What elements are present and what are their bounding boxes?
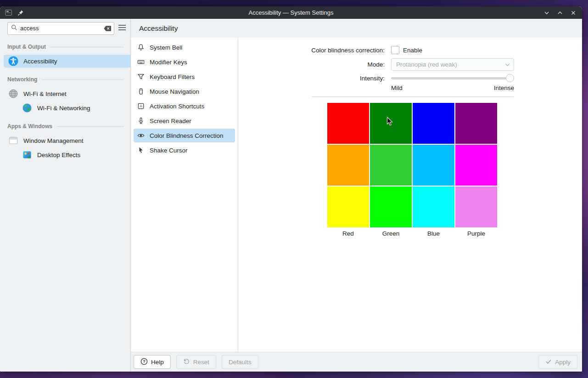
sidebar-item-accessibility[interactable]: Accessibility bbox=[4, 55, 130, 68]
sidebar: Input & Output Accessibility Networking … bbox=[0, 19, 131, 372]
sidebar-item-wifi-internet[interactable]: Wi-Fi & Internet bbox=[4, 87, 130, 100]
subnav-item-system-bell[interactable]: System Bell bbox=[134, 40, 235, 54]
sidebar-item-desktop-effects[interactable]: Desktop Effects bbox=[4, 148, 130, 161]
enable-label: Enable bbox=[403, 47, 422, 54]
microphone-icon bbox=[137, 117, 145, 124]
sidebar-item-label: Accessibility bbox=[23, 58, 57, 65]
app-icon bbox=[5, 10, 12, 16]
sidebar-item-label: Window Management bbox=[23, 137, 84, 144]
search-input[interactable] bbox=[20, 25, 101, 32]
correction-label: Color blindness correction: bbox=[238, 47, 388, 54]
chevron-down-icon bbox=[505, 61, 510, 68]
window-title: Accessibility — System Settings bbox=[0, 9, 582, 16]
svg-text:A: A bbox=[140, 104, 142, 108]
mouse-icon bbox=[137, 88, 145, 95]
swatch-label-green: Green bbox=[370, 230, 412, 237]
subnav-item-screen-reader[interactable]: Screen Reader bbox=[134, 114, 235, 128]
minimize-button[interactable] bbox=[544, 10, 549, 16]
color-swatch bbox=[413, 145, 454, 186]
search-row bbox=[0, 19, 130, 38]
globe-icon bbox=[8, 89, 18, 99]
swatch-label-blue: Blue bbox=[413, 230, 454, 237]
eye-icon bbox=[137, 132, 145, 139]
intensity-min-label: Mild bbox=[391, 85, 403, 91]
apply-button[interactable]: Apply bbox=[538, 355, 577, 369]
subnav: System Bell Modifier Keys Keyboard Filte… bbox=[131, 38, 238, 352]
clear-search-icon[interactable] bbox=[104, 25, 112, 32]
content-pane: Color blindness correction: Enable Mode:… bbox=[238, 38, 582, 352]
color-swatch bbox=[370, 103, 412, 144]
sidebar-item-label: Wi-Fi & Internet bbox=[23, 90, 67, 97]
mode-value: Protanopia (red weak) bbox=[396, 61, 505, 68]
footer: ? Help Reset Defaults bbox=[131, 352, 582, 372]
color-swatch bbox=[370, 186, 412, 227]
mode-select[interactable]: Protanopia (red weak) bbox=[391, 58, 514, 71]
reset-button[interactable]: Reset bbox=[176, 355, 216, 369]
window-icon bbox=[8, 135, 18, 146]
check-icon bbox=[545, 358, 552, 366]
shortcut-key-icon: A bbox=[137, 102, 145, 110]
page-title: Accessibility bbox=[139, 24, 178, 33]
close-button[interactable] bbox=[571, 10, 576, 16]
color-swatch bbox=[413, 186, 454, 227]
sidebar-item-label: Wi-Fi & Networking bbox=[37, 105, 90, 112]
swatch-label-red: Red bbox=[327, 230, 369, 237]
section-rule bbox=[50, 47, 124, 47]
defaults-button[interactable]: Defaults bbox=[222, 355, 258, 369]
filter-funnel-icon bbox=[137, 73, 145, 80]
section-rule bbox=[56, 126, 124, 127]
subnav-item-shake-cursor[interactable]: Shake Cursor bbox=[134, 143, 235, 157]
titlebar[interactable]: Accessibility — System Settings bbox=[0, 6, 582, 19]
section-header-apps-windows: Apps & Windows bbox=[0, 116, 130, 133]
desktop: { "titlebar": { "title": "Accessibility … bbox=[0, 0, 588, 378]
section-rule bbox=[41, 79, 124, 80]
bell-icon bbox=[137, 44, 145, 51]
subnav-item-modifier-keys[interactable]: Modifier Keys bbox=[134, 55, 235, 69]
keyboard-icon bbox=[137, 58, 145, 66]
color-swatch bbox=[455, 186, 497, 227]
pin-icon[interactable] bbox=[17, 10, 24, 16]
intensity-slider[interactable] bbox=[391, 73, 514, 83]
desktop-effects-icon bbox=[22, 150, 32, 160]
color-swatch bbox=[455, 103, 497, 144]
subnav-item-keyboard-filters[interactable]: Keyboard Filters bbox=[134, 70, 235, 84]
system-settings-window: Accessibility — System Settings bbox=[0, 6, 582, 372]
separator-line bbox=[312, 96, 514, 97]
maximize-button[interactable] bbox=[557, 10, 563, 16]
svg-text:?: ? bbox=[143, 359, 146, 364]
subnav-item-color-blindness-correction[interactable]: Color Blindness Correction bbox=[134, 129, 235, 142]
subnav-item-activation-shortcuts[interactable]: A Activation Shortcuts bbox=[134, 99, 235, 113]
color-swatch bbox=[455, 145, 497, 186]
swatch-labels: Red Green Blue Purple bbox=[327, 230, 498, 237]
swatch-label-purple: Purple bbox=[455, 230, 497, 237]
sidebar-item-label: Desktop Effects bbox=[37, 152, 80, 158]
sidebar-item-wifi-networking[interactable]: Wi-Fi & Networking bbox=[4, 102, 130, 114]
section-header-input-output: Input & Output bbox=[0, 38, 130, 53]
search-icon bbox=[11, 24, 17, 32]
reset-icon bbox=[183, 358, 190, 366]
cursor-arrow-icon bbox=[137, 147, 145, 154]
color-swatch bbox=[370, 145, 412, 186]
sidebar-item-window-management[interactable]: Window Management bbox=[4, 134, 130, 147]
color-swatch bbox=[327, 145, 369, 186]
globe-network-icon bbox=[22, 103, 32, 113]
help-icon: ? bbox=[140, 358, 148, 367]
slider-track bbox=[391, 77, 514, 79]
swatch-grid bbox=[327, 103, 498, 227]
sidebar-nav: Input & Output Accessibility Networking … bbox=[0, 38, 130, 372]
mode-label: Mode: bbox=[238, 61, 388, 68]
section-header-networking: Networking bbox=[0, 69, 130, 86]
menu-button[interactable] bbox=[117, 22, 127, 35]
search-field[interactable] bbox=[7, 22, 114, 35]
slider-handle[interactable] bbox=[506, 74, 514, 82]
intensity-label: Intensity: bbox=[238, 75, 388, 82]
intensity-max-label: Intense bbox=[494, 85, 514, 91]
color-swatch bbox=[413, 103, 454, 144]
subnav-item-mouse-navigation[interactable]: Mouse Navigation bbox=[134, 85, 235, 98]
enable-checkbox[interactable] bbox=[391, 46, 399, 54]
color-swatch bbox=[327, 103, 369, 144]
hamburger-icon bbox=[118, 24, 126, 32]
accessibility-icon bbox=[8, 56, 18, 66]
page-header: Accessibility bbox=[131, 19, 582, 38]
help-button[interactable]: ? Help bbox=[134, 355, 171, 369]
